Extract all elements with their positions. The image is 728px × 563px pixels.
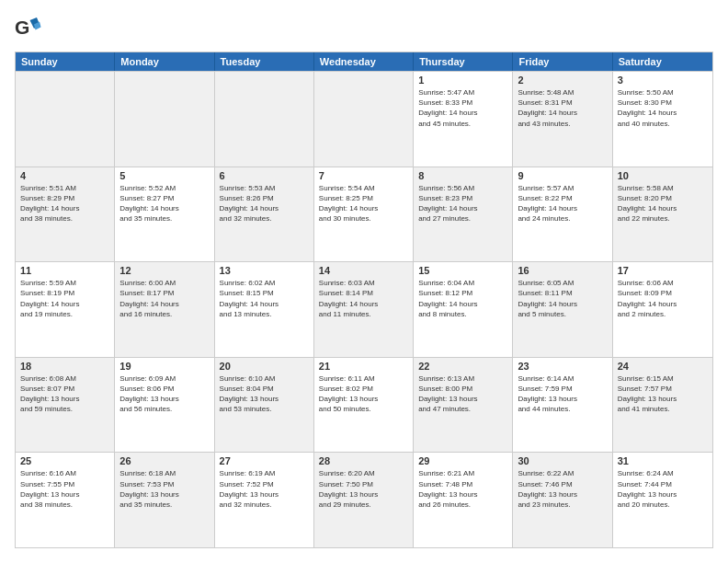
day-info: Sunrise: 6:03 AM Sunset: 8:14 PM Dayligh… bbox=[319, 278, 408, 319]
calendar-row: 11Sunrise: 5:59 AM Sunset: 8:19 PM Dayli… bbox=[16, 261, 712, 357]
day-number: 27 bbox=[220, 455, 309, 466]
calendar-cell: 11Sunrise: 5:59 AM Sunset: 8:19 PM Dayli… bbox=[16, 262, 115, 357]
day-number: 18 bbox=[20, 361, 109, 372]
logo-icon: G bbox=[15, 15, 42, 42]
day-number: 4 bbox=[20, 170, 109, 181]
day-number: 19 bbox=[119, 361, 209, 372]
calendar-cell: 19Sunrise: 6:09 AM Sunset: 8:06 PM Dayli… bbox=[115, 358, 214, 453]
calendar-cell: 29Sunrise: 6:21 AM Sunset: 7:48 PM Dayli… bbox=[414, 453, 513, 547]
day-number: 6 bbox=[220, 170, 309, 181]
day-info: Sunrise: 5:48 AM Sunset: 8:31 PM Dayligh… bbox=[518, 87, 607, 129]
day-info: Sunrise: 6:04 AM Sunset: 8:12 PM Dayligh… bbox=[418, 278, 507, 319]
day-number: 21 bbox=[319, 361, 408, 372]
weekday-header: Tuesday bbox=[215, 52, 314, 71]
day-number: 31 bbox=[618, 455, 708, 466]
calendar-cell: 16Sunrise: 6:05 AM Sunset: 8:11 PM Dayli… bbox=[513, 262, 612, 357]
day-number: 3 bbox=[618, 75, 708, 86]
day-info: Sunrise: 6:00 AM Sunset: 8:17 PM Dayligh… bbox=[119, 278, 209, 319]
calendar-cell: 4Sunrise: 5:51 AM Sunset: 8:29 PM Daylig… bbox=[16, 167, 115, 262]
calendar-row: 25Sunrise: 6:16 AM Sunset: 7:55 PM Dayli… bbox=[16, 452, 712, 547]
calendar-cell: 24Sunrise: 6:15 AM Sunset: 7:57 PM Dayli… bbox=[613, 358, 712, 453]
day-number: 25 bbox=[20, 455, 109, 466]
calendar-row: 18Sunrise: 6:08 AM Sunset: 8:07 PM Dayli… bbox=[16, 357, 712, 453]
calendar-cell: 21Sunrise: 6:11 AM Sunset: 8:02 PM Dayli… bbox=[314, 358, 414, 453]
calendar-cell: 13Sunrise: 6:02 AM Sunset: 8:15 PM Dayli… bbox=[215, 262, 314, 357]
logo: G bbox=[15, 15, 46, 42]
day-info: Sunrise: 5:59 AM Sunset: 8:19 PM Dayligh… bbox=[20, 278, 109, 319]
calendar-cell: 9Sunrise: 5:57 AM Sunset: 8:22 PM Daylig… bbox=[513, 167, 612, 262]
day-info: Sunrise: 5:47 AM Sunset: 8:33 PM Dayligh… bbox=[418, 87, 507, 129]
day-number: 11 bbox=[20, 265, 109, 276]
calendar-cell bbox=[115, 72, 214, 167]
calendar-cell: 5Sunrise: 5:52 AM Sunset: 8:27 PM Daylig… bbox=[115, 167, 214, 262]
day-info: Sunrise: 5:56 AM Sunset: 8:23 PM Dayligh… bbox=[418, 183, 507, 224]
calendar-cell: 2Sunrise: 5:48 AM Sunset: 8:31 PM Daylig… bbox=[513, 72, 612, 167]
day-number: 22 bbox=[418, 361, 507, 372]
day-number: 30 bbox=[518, 455, 607, 466]
calendar-cell: 26Sunrise: 6:18 AM Sunset: 7:53 PM Dayli… bbox=[115, 453, 214, 547]
day-info: Sunrise: 6:22 AM Sunset: 7:46 PM Dayligh… bbox=[518, 468, 607, 510]
calendar-cell: 30Sunrise: 6:22 AM Sunset: 7:46 PM Dayli… bbox=[513, 453, 612, 547]
day-info: Sunrise: 6:05 AM Sunset: 8:11 PM Dayligh… bbox=[518, 278, 607, 319]
calendar-cell: 25Sunrise: 6:16 AM Sunset: 7:55 PM Dayli… bbox=[16, 453, 115, 547]
weekday-header: Sunday bbox=[16, 52, 115, 71]
day-info: Sunrise: 6:15 AM Sunset: 7:57 PM Dayligh… bbox=[618, 373, 708, 415]
day-number: 1 bbox=[418, 75, 507, 86]
day-info: Sunrise: 6:14 AM Sunset: 7:59 PM Dayligh… bbox=[518, 373, 607, 415]
calendar-cell: 28Sunrise: 6:20 AM Sunset: 7:50 PM Dayli… bbox=[314, 453, 414, 547]
calendar-cell: 12Sunrise: 6:00 AM Sunset: 8:17 PM Dayli… bbox=[115, 262, 214, 357]
calendar-cell: 23Sunrise: 6:14 AM Sunset: 7:59 PM Dayli… bbox=[513, 358, 612, 453]
calendar-cell: 1Sunrise: 5:47 AM Sunset: 8:33 PM Daylig… bbox=[414, 72, 513, 167]
day-number: 14 bbox=[319, 265, 408, 276]
day-info: Sunrise: 6:02 AM Sunset: 8:15 PM Dayligh… bbox=[220, 278, 309, 319]
calendar-cell: 27Sunrise: 6:19 AM Sunset: 7:52 PM Dayli… bbox=[215, 453, 314, 547]
day-info: Sunrise: 5:53 AM Sunset: 8:26 PM Dayligh… bbox=[220, 183, 309, 224]
day-info: Sunrise: 5:57 AM Sunset: 8:22 PM Dayligh… bbox=[518, 183, 607, 224]
day-number: 29 bbox=[418, 455, 507, 466]
calendar-header: SundayMondayTuesdayWednesdayThursdayFrid… bbox=[16, 52, 712, 71]
calendar-row: 4Sunrise: 5:51 AM Sunset: 8:29 PM Daylig… bbox=[16, 167, 712, 262]
calendar-cell: 18Sunrise: 6:08 AM Sunset: 8:07 PM Dayli… bbox=[16, 358, 115, 453]
day-info: Sunrise: 6:19 AM Sunset: 7:52 PM Dayligh… bbox=[220, 468, 309, 510]
day-number: 2 bbox=[518, 75, 607, 86]
page: G SundayMondayTuesdayWednesdayThursdayFr… bbox=[0, 0, 728, 563]
calendar-cell: 10Sunrise: 5:58 AM Sunset: 8:20 PM Dayli… bbox=[613, 167, 712, 262]
svg-text:G: G bbox=[15, 17, 29, 38]
calendar-cell: 15Sunrise: 6:04 AM Sunset: 8:12 PM Dayli… bbox=[414, 262, 513, 357]
day-info: Sunrise: 6:24 AM Sunset: 7:44 PM Dayligh… bbox=[618, 468, 708, 510]
day-info: Sunrise: 6:06 AM Sunset: 8:09 PM Dayligh… bbox=[618, 278, 708, 319]
day-number: 10 bbox=[618, 170, 708, 181]
day-number: 28 bbox=[319, 455, 408, 466]
day-info: Sunrise: 6:21 AM Sunset: 7:48 PM Dayligh… bbox=[418, 468, 507, 510]
day-info: Sunrise: 6:08 AM Sunset: 8:07 PM Dayligh… bbox=[20, 373, 109, 415]
day-info: Sunrise: 5:50 AM Sunset: 8:30 PM Dayligh… bbox=[618, 87, 708, 129]
day-number: 13 bbox=[220, 265, 309, 276]
calendar-cell bbox=[215, 72, 314, 167]
day-number: 9 bbox=[518, 170, 607, 181]
calendar-row: 1Sunrise: 5:47 AM Sunset: 8:33 PM Daylig… bbox=[16, 71, 712, 167]
calendar-cell: 3Sunrise: 5:50 AM Sunset: 8:30 PM Daylig… bbox=[613, 72, 712, 167]
calendar-cell: 31Sunrise: 6:24 AM Sunset: 7:44 PM Dayli… bbox=[613, 453, 712, 547]
weekday-header: Saturday bbox=[613, 52, 712, 71]
day-number: 20 bbox=[220, 361, 309, 372]
day-info: Sunrise: 5:52 AM Sunset: 8:27 PM Dayligh… bbox=[119, 183, 209, 224]
day-number: 17 bbox=[618, 265, 708, 276]
calendar-cell: 6Sunrise: 5:53 AM Sunset: 8:26 PM Daylig… bbox=[215, 167, 314, 262]
header: G bbox=[15, 15, 713, 42]
day-info: Sunrise: 5:51 AM Sunset: 8:29 PM Dayligh… bbox=[20, 183, 109, 224]
day-info: Sunrise: 6:20 AM Sunset: 7:50 PM Dayligh… bbox=[319, 468, 408, 510]
calendar-cell: 14Sunrise: 6:03 AM Sunset: 8:14 PM Dayli… bbox=[314, 262, 414, 357]
day-info: Sunrise: 6:09 AM Sunset: 8:06 PM Dayligh… bbox=[119, 373, 209, 415]
calendar-cell: 22Sunrise: 6:13 AM Sunset: 8:00 PM Dayli… bbox=[414, 358, 513, 453]
day-info: Sunrise: 6:16 AM Sunset: 7:55 PM Dayligh… bbox=[20, 468, 109, 510]
day-number: 23 bbox=[518, 361, 607, 372]
calendar-body: 1Sunrise: 5:47 AM Sunset: 8:33 PM Daylig… bbox=[16, 71, 712, 547]
weekday-header: Monday bbox=[115, 52, 214, 71]
weekday-header: Friday bbox=[513, 52, 612, 71]
calendar-cell: 20Sunrise: 6:10 AM Sunset: 8:04 PM Dayli… bbox=[215, 358, 314, 453]
day-number: 24 bbox=[618, 361, 708, 372]
calendar-cell: 17Sunrise: 6:06 AM Sunset: 8:09 PM Dayli… bbox=[613, 262, 712, 357]
calendar-cell: 8Sunrise: 5:56 AM Sunset: 8:23 PM Daylig… bbox=[414, 167, 513, 262]
day-number: 16 bbox=[518, 265, 607, 276]
day-info: Sunrise: 6:18 AM Sunset: 7:53 PM Dayligh… bbox=[119, 468, 209, 510]
